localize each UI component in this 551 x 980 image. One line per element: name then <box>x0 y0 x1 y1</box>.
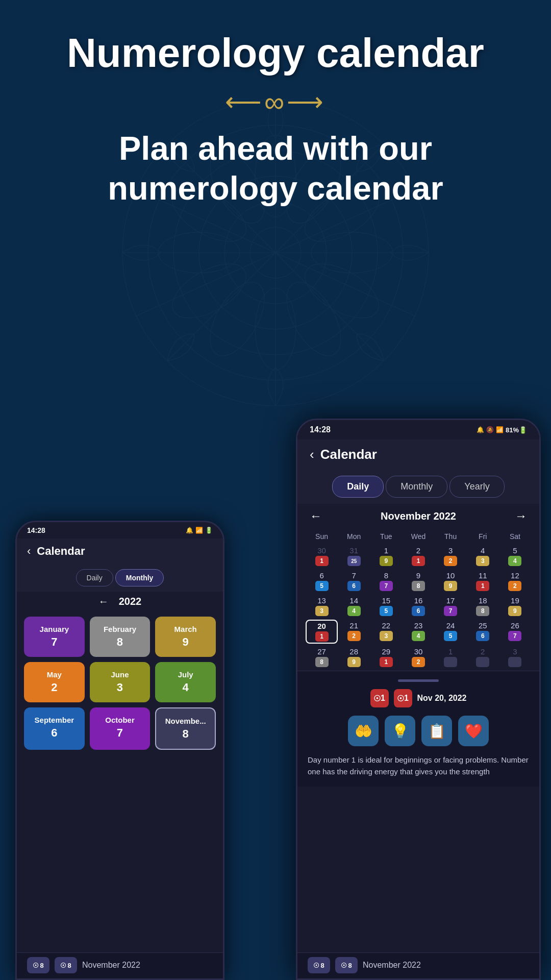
cal-day-22[interactable]: 22 3 <box>370 620 402 644</box>
action-icon-heart[interactable]: ❤️ <box>458 716 489 746</box>
back-battery-icon: 🔋 <box>205 527 213 534</box>
front-battery-text: 81%🔋 <box>506 426 527 434</box>
month-name-november: Novembe... <box>161 717 210 725</box>
back-year-nav: ← 2022 <box>17 592 223 611</box>
cal-day-badge: 1 <box>476 581 489 591</box>
cal-day-num: 30 <box>317 546 326 555</box>
cal-day-num: 3 <box>448 546 453 555</box>
month-cell-march[interactable]: March 9 <box>155 617 216 657</box>
front-app-title: Calendar <box>320 447 377 462</box>
cal-day-10[interactable]: 10 9 <box>435 570 467 593</box>
front-back-arrow-icon[interactable]: ‹ <box>310 447 314 462</box>
back-year-label: 2022 <box>119 596 142 607</box>
month-cell-november[interactable]: Novembe... 8 <box>155 707 216 750</box>
back-tab-monthly[interactable]: Monthly <box>115 569 164 586</box>
cal-day-20-selected[interactable]: 20 1 <box>306 620 338 644</box>
cal-day-badge: 5 <box>315 581 329 591</box>
cal-day-3[interactable]: 3 2 <box>435 545 467 568</box>
cal-day-badge: 4 <box>347 606 361 616</box>
svg-point-17 <box>276 274 352 365</box>
cal-day-badge: 9 <box>444 581 457 591</box>
cal-day-29[interactable]: 29 1 <box>370 646 402 669</box>
cal-day-badge: 1 <box>412 556 425 566</box>
back-status-time: 14:28 <box>27 526 45 534</box>
front-tab-yearly[interactable]: Yearly <box>449 476 504 498</box>
cal-day-21[interactable]: 21 2 <box>338 620 370 644</box>
month-cell-january[interactable]: January 7 <box>24 617 85 657</box>
cal-day-26[interactable]: 26 7 <box>499 620 531 644</box>
month-name-january: January <box>29 625 80 633</box>
front-day-headers: Sun Mon Tue Wed Thu Fri Sat <box>306 528 531 545</box>
front-nav-badge-2: ☉ 8 <box>335 957 358 973</box>
cal-day-12[interactable]: 12 2 <box>499 570 531 593</box>
cal-day-15[interactable]: 15 5 <box>370 595 402 618</box>
cal-day-11[interactable]: 11 1 <box>467 570 499 593</box>
back-status-icons: 🔔 📶 🔋 <box>186 527 213 534</box>
cal-day-badge: 6 <box>412 606 425 616</box>
month-cell-may[interactable]: May 2 <box>24 662 85 702</box>
cal-day-18[interactable]: 18 8 <box>467 595 499 618</box>
front-badge-num-2: 8 <box>348 962 352 969</box>
cal-day-2-next[interactable]: 2 <box>467 646 499 669</box>
cal-day-17[interactable]: 17 7 <box>435 595 467 618</box>
cal-day-num: 1 <box>384 546 388 555</box>
description-text: Day number 1 is ideal for beginnings or … <box>306 750 531 781</box>
month-cell-october[interactable]: October 7 <box>90 707 151 750</box>
cal-day-24[interactable]: 24 5 <box>435 620 467 644</box>
cal-day-25[interactable]: 25 6 <box>467 620 499 644</box>
cal-day-num: 25 <box>479 621 487 630</box>
cal-day-5[interactable]: 5 4 <box>499 545 531 568</box>
cal-day-9[interactable]: 9 8 <box>402 570 434 593</box>
cal-day-num: 19 <box>511 596 519 605</box>
cal-day-3-next[interactable]: 3 <box>499 646 531 669</box>
front-tab-daily[interactable]: Daily <box>332 476 384 498</box>
cal-day-30-prev[interactable]: 30 1 <box>306 545 338 568</box>
cal-day-7[interactable]: 7 6 <box>338 570 370 593</box>
header-section: Numerology calendar ⟵ ∞ ⟶ Plan ahead wit… <box>0 0 551 224</box>
cal-day-27[interactable]: 27 8 <box>306 646 338 669</box>
action-icon-hands[interactable]: 🤲 <box>348 716 379 746</box>
selected-badge-2: ☉ 1 <box>394 689 412 707</box>
cal-week-5: 27 8 28 9 29 1 30 2 1 <box>306 646 531 669</box>
cal-day-6[interactable]: 6 5 <box>306 570 338 593</box>
cal-day-8[interactable]: 8 7 <box>370 570 402 593</box>
month-name-july: July <box>160 670 211 679</box>
month-cell-june[interactable]: June 3 <box>90 662 151 702</box>
cal-day-num: 4 <box>481 546 485 555</box>
cal-day-num: 18 <box>479 596 487 605</box>
cal-week-4: 20 1 21 2 22 3 23 4 24 5 <box>306 620 531 644</box>
ornament-divider: ⟵ ∞ ⟶ <box>31 86 520 118</box>
month-num-may: 2 <box>29 681 80 694</box>
month-cell-february[interactable]: February 8 <box>90 617 151 657</box>
front-prev-month-arrow[interactable]: ← <box>310 509 322 523</box>
front-status-time: 14:28 <box>310 425 331 434</box>
cal-day-1-next[interactable]: 1 <box>435 646 467 669</box>
action-icon-bulb[interactable]: 💡 <box>385 716 415 746</box>
cal-day-4[interactable]: 4 3 <box>467 545 499 568</box>
cal-day-14[interactable]: 14 4 <box>338 595 370 618</box>
cal-day-13[interactable]: 13 3 <box>306 595 338 618</box>
cal-day-23[interactable]: 23 4 <box>402 620 434 644</box>
action-icon-clipboard[interactable]: 📋 <box>421 716 452 746</box>
month-name-february: February <box>95 625 145 633</box>
cal-day-badge: 1 <box>380 657 393 667</box>
cal-day-2[interactable]: 2 1 <box>402 545 434 568</box>
month-num-july: 4 <box>160 681 211 694</box>
month-cell-july[interactable]: July 4 <box>155 662 216 702</box>
cal-day-16[interactable]: 16 6 <box>402 595 434 618</box>
cal-day-badge: 8 <box>412 581 425 591</box>
day-header-fri: Fri <box>467 530 499 543</box>
cal-day-31-prev[interactable]: 31 25 <box>338 545 370 568</box>
back-arrow-icon[interactable]: ‹ <box>27 545 31 558</box>
cal-day-1[interactable]: 1 9 <box>370 545 402 568</box>
front-tab-monthly[interactable]: Monthly <box>386 476 447 498</box>
front-next-month-arrow[interactable]: → <box>515 509 527 523</box>
month-cell-september[interactable]: September 6 <box>24 707 85 750</box>
cal-day-19[interactable]: 19 9 <box>499 595 531 618</box>
back-prev-year-arrow[interactable]: ← <box>98 596 109 607</box>
cal-day-num: 26 <box>511 621 519 630</box>
day-header-wed: Wed <box>402 530 434 543</box>
cal-day-28[interactable]: 28 9 <box>338 646 370 669</box>
back-tab-daily[interactable]: Daily <box>76 569 113 586</box>
cal-day-30[interactable]: 30 2 <box>402 646 434 669</box>
